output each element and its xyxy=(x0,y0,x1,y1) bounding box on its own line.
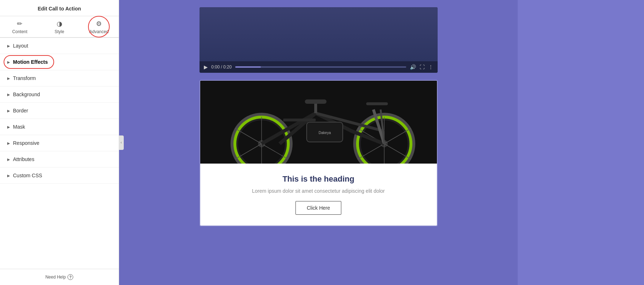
menu-items-list: ▶ Layout ▶ Motion Effects ▶ Transform ▶ … xyxy=(0,38,119,269)
more-options-button[interactable]: ⋮ xyxy=(428,64,433,70)
advanced-icon: ⚙ xyxy=(96,20,102,28)
panel-footer[interactable]: Need Help ? xyxy=(0,269,119,285)
video-screen xyxy=(200,7,438,61)
tab-advanced[interactable]: ⚙ Advanced xyxy=(79,16,119,37)
bike-svg: Dakeya xyxy=(200,81,437,164)
cta-image: Dakeya xyxy=(200,81,437,164)
svg-rect-25 xyxy=(366,102,388,105)
menu-item-background[interactable]: ▶ Background xyxy=(0,86,119,103)
svg-rect-27 xyxy=(305,99,327,104)
progress-bar-fill xyxy=(235,66,261,68)
menu-item-mask[interactable]: ▶ Mask xyxy=(0,119,119,135)
help-icon: ? xyxy=(67,274,73,280)
panel-title: Edit Call to Action xyxy=(0,0,119,16)
chevron-icon-background: ▶ xyxy=(7,93,10,97)
chevron-icon-custom-css: ▶ xyxy=(7,174,10,178)
menu-item-transform[interactable]: ▶ Transform xyxy=(0,70,119,86)
progress-bar[interactable] xyxy=(235,66,406,68)
menu-item-attributes[interactable]: ▶ Attributes xyxy=(0,151,119,168)
menu-item-mask-label: Mask xyxy=(13,124,25,130)
tab-advanced-label: Advanced xyxy=(89,29,108,34)
chevron-icon-motion: ▶ xyxy=(7,60,10,64)
tab-style[interactable]: ◑ Style xyxy=(40,16,79,37)
cta-heading: This is the heading xyxy=(207,174,430,184)
collapse-handle[interactable]: ‹ xyxy=(119,135,124,150)
tabs-bar: ✏ Content ◑ Style ⚙ Advanced xyxy=(0,16,119,38)
menu-item-background-label: Background xyxy=(13,92,40,97)
time-display: 0:00 / 0:20 xyxy=(211,64,232,70)
tab-content-label: Content xyxy=(12,29,27,34)
play-button[interactable]: ▶ xyxy=(204,64,208,70)
chevron-icon-border: ▶ xyxy=(7,109,10,113)
menu-item-border-label: Border xyxy=(13,108,28,113)
cta-subtext: Lorem ipsum dolor sit amet consectetur a… xyxy=(207,188,430,194)
menu-item-motion-label: Motion Effects xyxy=(13,59,48,65)
menu-item-transform-label: Transform xyxy=(13,75,36,81)
menu-item-custom-css-label: Custom CSS xyxy=(13,173,42,178)
style-icon: ◑ xyxy=(57,20,62,28)
tab-style-label: Style xyxy=(54,29,64,34)
menu-item-custom-css[interactable]: ▶ Custom CSS xyxy=(0,168,119,184)
video-controls: ▶ 0:00 / 0:20 🔊 ⛶ ⋮ xyxy=(200,61,438,73)
volume-button[interactable]: 🔊 xyxy=(410,64,416,70)
cta-button[interactable]: Click Here xyxy=(295,201,341,215)
chevron-icon-responsive: ▶ xyxy=(7,141,10,145)
cta-card: Dakeya This is the heading Lorem ipsum d… xyxy=(200,80,438,226)
chevron-icon-transform: ▶ xyxy=(7,76,10,80)
video-player: ▶ 0:00 / 0:20 🔊 ⛶ ⋮ xyxy=(200,7,438,73)
main-content: ▶ 0:00 / 0:20 🔊 ⛶ ⋮ xyxy=(119,0,518,285)
menu-item-motion-effects[interactable]: ▶ Motion Effects xyxy=(0,54,119,70)
left-panel: Edit Call to Action ✏ Content ◑ Style ⚙ … xyxy=(0,0,119,285)
menu-item-layout[interactable]: ▶ Layout xyxy=(0,38,119,54)
menu-item-responsive[interactable]: ▶ Responsive xyxy=(0,135,119,151)
svg-rect-28 xyxy=(283,119,316,121)
chevron-icon-mask: ▶ xyxy=(7,125,10,129)
chevron-icon-attributes: ▶ xyxy=(7,157,10,161)
cta-body: This is the heading Lorem ipsum dolor si… xyxy=(200,164,437,226)
tab-content[interactable]: ✏ Content xyxy=(0,16,40,37)
svg-text:Dakeya: Dakeya xyxy=(319,131,331,135)
menu-item-attributes-label: Attributes xyxy=(13,156,34,162)
right-background xyxy=(518,0,644,285)
fullscreen-button[interactable]: ⛶ xyxy=(420,64,425,70)
menu-item-border[interactable]: ▶ Border xyxy=(0,103,119,119)
need-help-label: Need Help xyxy=(45,275,66,280)
content-icon: ✏ xyxy=(17,20,22,28)
menu-item-layout-label: Layout xyxy=(13,43,28,49)
menu-item-responsive-label: Responsive xyxy=(13,140,39,146)
chevron-icon-layout: ▶ xyxy=(7,44,10,48)
